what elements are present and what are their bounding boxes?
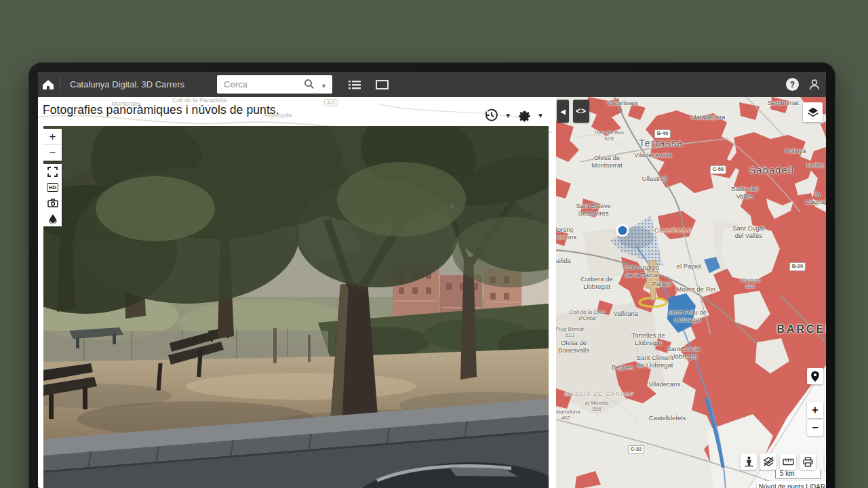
- page-title: Fotografies panoràmiques i núvols de pun…: [43, 103, 279, 117]
- viewer-toolbar: ▼ ▼: [484, 107, 544, 123]
- print-button[interactable]: [800, 453, 816, 470]
- map-scale: 5 km: [775, 469, 821, 479]
- panorama-controls: + −: [43, 129, 62, 226]
- layers-icon: [807, 106, 819, 119]
- panorama-viewer[interactable]: + −: [43, 126, 549, 488]
- droplet-icon: [48, 214, 58, 224]
- clock-history-icon: [485, 108, 498, 122]
- layers-button[interactable]: [803, 102, 823, 122]
- measure-button[interactable]: [780, 453, 796, 470]
- home-button[interactable]: [38, 72, 58, 97]
- list-icon: [349, 80, 361, 89]
- pegman-icon: [745, 456, 753, 467]
- printer-icon: [803, 457, 813, 467]
- hd-icon: HD: [47, 183, 58, 192]
- ruler-icon: [783, 458, 794, 466]
- map-tools: [741, 453, 826, 470]
- monitor-bezel: Catalunya Digital. 3D Carrers ▼: [28, 62, 835, 488]
- search-input[interactable]: [217, 79, 297, 89]
- map-zoom-out-button[interactable]: −: [807, 420, 823, 436]
- frame-icon: [376, 80, 389, 89]
- history-button[interactable]: [484, 107, 500, 123]
- history-caret[interactable]: ▼: [505, 112, 511, 119]
- overview-map[interactable]: VacarissesMatadeperaSentmenatTuró del Ro…: [556, 97, 826, 488]
- divider: [60, 77, 60, 93]
- fullscreen-icon: [47, 167, 58, 177]
- app-window: Catalunya Digital. 3D Carrers ▼: [38, 72, 826, 488]
- hd-toggle-button[interactable]: HD: [43, 180, 62, 195]
- settings-button[interactable]: [516, 107, 532, 123]
- app-title: Catalunya Digital. 3D Carrers: [62, 79, 193, 89]
- camera-icon: [47, 199, 58, 207]
- pano-zoom-in-button[interactable]: +: [43, 129, 62, 144]
- gear-icon: [517, 108, 532, 123]
- help-button[interactable]: ?: [786, 78, 799, 91]
- search-box: ▼: [217, 75, 332, 94]
- map-pin-button[interactable]: [807, 368, 823, 384]
- fullscreen-button[interactable]: [43, 164, 62, 180]
- pegman-button[interactable]: [741, 453, 757, 470]
- position-marker[interactable]: [616, 224, 629, 237]
- search-icon[interactable]: [304, 79, 315, 89]
- pin-icon: [810, 371, 820, 382]
- toggle-layers-button[interactable]: [760, 453, 776, 470]
- legend-button[interactable]: [343, 72, 366, 97]
- search-options-caret[interactable]: ▼: [321, 83, 327, 89]
- viewer-pane: MontornèsColl de la PanadellaArgençolaA-…: [38, 97, 552, 488]
- page-content: MontornèsColl de la PanadellaArgençolaA-…: [38, 97, 826, 488]
- point-cloud-button[interactable]: [43, 211, 62, 226]
- swap-view-button[interactable]: <>: [573, 100, 589, 123]
- home-icon: [42, 79, 54, 90]
- faded-map-label: A-2: [324, 99, 338, 106]
- map-canvas: [556, 97, 826, 488]
- panorama-photo: [43, 126, 549, 488]
- frame-view-button[interactable]: [370, 72, 393, 97]
- share-button[interactable]: [825, 453, 826, 470]
- map-zoom-controls: + −: [807, 368, 823, 436]
- pano-zoom-out-button[interactable]: −: [43, 145, 62, 161]
- user-account-icon[interactable]: [808, 79, 821, 91]
- lidar-layer-chip[interactable]: Núvol de punts LiDAR: [757, 481, 826, 488]
- layers-off-icon: [763, 456, 774, 467]
- top-bar: Catalunya Digital. 3D Carrers ▼: [38, 72, 826, 97]
- screenshot-button[interactable]: [43, 195, 62, 211]
- collapse-panel-button[interactable]: ◀: [557, 100, 569, 123]
- settings-caret[interactable]: ▼: [537, 112, 544, 119]
- map-zoom-in-button[interactable]: +: [807, 402, 823, 418]
